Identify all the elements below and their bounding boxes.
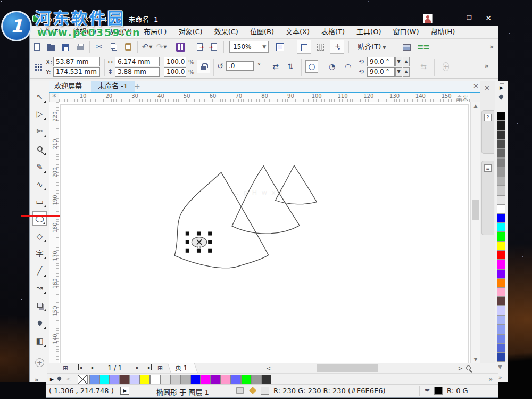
menu-item[interactable]: 布局(L) xyxy=(138,26,172,38)
palette-swatch[interactable] xyxy=(497,343,505,352)
crop-tool[interactable]: ✄ xyxy=(32,124,47,138)
palette-swatch[interactable] xyxy=(497,195,505,204)
menu-item[interactable]: 编辑(E) xyxy=(67,26,102,38)
object-height-field[interactable]: 3.88 mm xyxy=(115,67,160,77)
palette-grip[interactable] xyxy=(500,82,504,84)
shape-tool[interactable]: ▷ xyxy=(32,106,47,121)
drawing-scale-button[interactable]: * xyxy=(49,93,59,102)
close-document-icon[interactable]: ✕ xyxy=(473,82,479,90)
pie-mode-button[interactable]: ◔ xyxy=(326,60,338,73)
docpalette-swatch[interactable] xyxy=(99,375,110,384)
horizontal-scrollbar[interactable]: < > xyxy=(265,363,478,373)
docpalette-swatch[interactable] xyxy=(261,375,271,384)
maximize-button[interactable]: ❐ xyxy=(461,12,477,24)
eyedropper-tool[interactable] xyxy=(32,315,47,330)
zoom-tool-shortcut-icon[interactable] xyxy=(466,365,471,370)
palette-overflow-chevron[interactable]: » xyxy=(498,375,502,380)
last-page-button[interactable]: ▸ xyxy=(148,364,152,370)
scale-h-field[interactable]: 100.0 xyxy=(164,57,186,66)
docpalette-swatch[interactable] xyxy=(190,375,201,384)
object-width-field[interactable]: 6.174 mm xyxy=(115,57,160,66)
arc-mode-button[interactable]: ◠ xyxy=(342,60,354,73)
y-position-field[interactable]: 174.531 mm xyxy=(53,67,100,77)
drawing-canvas[interactable]: … p H w x T xyxy=(59,102,470,363)
hscroll-left-icon[interactable]: < xyxy=(266,365,271,372)
hscroll-right-icon[interactable]: > xyxy=(458,365,463,372)
mirror-horizontal-button[interactable]: ⇄ xyxy=(269,60,282,73)
docpalette-eyedropper-icon[interactable] xyxy=(57,376,62,381)
zoom-tool[interactable] xyxy=(32,142,47,156)
palette-swatch[interactable] xyxy=(497,121,505,130)
document-properties-icon[interactable] xyxy=(236,387,244,394)
polygon-tool[interactable]: ◇ xyxy=(32,229,47,243)
minimize-button[interactable]: – xyxy=(442,12,458,24)
docpalette-swatch[interactable] xyxy=(140,375,150,384)
redo-button[interactable]: ↷▼ xyxy=(154,40,169,54)
undo-button[interactable]: ↶▼ xyxy=(140,40,154,54)
rectangle-tool[interactable]: ▭ xyxy=(32,194,47,209)
document-tab[interactable]: 欢迎屏幕 xyxy=(47,81,89,92)
docpalette-swatch[interactable] xyxy=(241,375,251,384)
page-tab[interactable]: 页 1 xyxy=(168,363,198,373)
palette-swatch[interactable] xyxy=(497,242,505,251)
change-direction-button[interactable]: ⇆ xyxy=(417,60,430,73)
docpalette-swatch[interactable] xyxy=(110,375,120,384)
search-content-button[interactable] xyxy=(173,40,188,54)
import-button[interactable] xyxy=(193,40,207,54)
palette-swatch[interactable] xyxy=(497,130,505,139)
snap-to-dropdown[interactable]: 贴齐(T)▼ xyxy=(354,40,389,53)
arc-start-angle-field[interactable]: 90.0 ° xyxy=(367,57,395,66)
freehand-tool[interactable]: ✎ xyxy=(32,160,47,174)
interactive-fill-tool[interactable]: ◧ xyxy=(32,334,47,348)
docpalette-flyout-icon[interactable]: ▶ xyxy=(50,377,54,382)
rotation-angle-field[interactable]: .0 xyxy=(226,61,254,71)
palette-swatch[interactable] xyxy=(497,278,505,287)
object-origin-grid[interactable] xyxy=(35,64,42,71)
docpalette-swatch[interactable] xyxy=(211,375,221,384)
menu-item[interactable]: 帮助(H) xyxy=(425,26,461,38)
palette-swatch[interactable] xyxy=(497,186,505,195)
palette-scroll-down-icon[interactable]: ▼ xyxy=(498,364,502,370)
mirror-vertical-button[interactable]: ⇅ xyxy=(284,60,297,73)
zoom-level-combobox[interactable]: 150%▼ xyxy=(229,41,269,53)
copy-button[interactable] xyxy=(106,40,121,54)
scroll-up-icon[interactable]: ▲ xyxy=(471,103,480,109)
artistic-media-tool[interactable]: ∿ xyxy=(32,177,47,192)
palette-swatch[interactable] xyxy=(497,112,505,121)
palette-swatch[interactable] xyxy=(497,177,505,186)
new-tab-button[interactable]: + xyxy=(134,82,140,90)
to-center-button[interactable]: + xyxy=(439,60,452,73)
palette-eyedropper-icon[interactable] xyxy=(498,94,504,99)
menu-item[interactable]: 效果(C) xyxy=(209,26,244,38)
palette-swatch[interactable] xyxy=(497,251,505,260)
show-grid-button[interactable] xyxy=(313,40,328,54)
title-bar[interactable]: CorelDRAW X7 (64-Bit) - 未命名 -1 – ❐ ✕ xyxy=(29,12,498,26)
docpalette-swatch[interactable] xyxy=(180,375,190,384)
no-fill-swatch[interactable] xyxy=(78,375,88,384)
menu-item[interactable]: 文件(F) xyxy=(32,26,67,38)
palette-swatch[interactable] xyxy=(497,158,505,167)
palette-swatch[interactable] xyxy=(497,213,505,222)
connector-tool[interactable]: ↝ xyxy=(32,280,47,295)
docpalette-swatch[interactable] xyxy=(251,375,261,384)
menu-item[interactable]: 表格(T) xyxy=(315,26,351,38)
docpalette-swatch[interactable] xyxy=(160,375,170,384)
cut-button[interactable]: ✂ xyxy=(92,40,106,54)
horizontal-ruler[interactable]: 毫米 102030405060708090100110120130140150 xyxy=(59,93,470,102)
spin-up-button[interactable]: ▲ xyxy=(403,67,410,77)
scroll-down-icon[interactable]: ▼ xyxy=(471,356,480,362)
docker-close-icon[interactable]: ✕ xyxy=(484,84,490,92)
new-document-button[interactable] xyxy=(30,40,44,54)
drop-shadow-tool[interactable] xyxy=(32,298,47,312)
docpalette-swatch[interactable] xyxy=(221,375,231,384)
palette-swatch[interactable] xyxy=(497,334,505,343)
vertical-ruler[interactable]: 220210200190180170160150140 xyxy=(49,102,59,363)
palette-swatch[interactable] xyxy=(497,288,505,297)
add-page-icon[interactable]: ⊞ xyxy=(157,364,163,372)
menu-item[interactable]: 对象(C) xyxy=(172,26,208,38)
x-position-field[interactable]: 53.87 mm xyxy=(53,57,100,66)
docpalette-swatch[interactable] xyxy=(170,375,180,384)
spin-down-button[interactable]: ▼ xyxy=(395,57,402,66)
palette-swatch[interactable] xyxy=(497,325,505,334)
menu-item[interactable]: 工具(O) xyxy=(351,26,387,38)
